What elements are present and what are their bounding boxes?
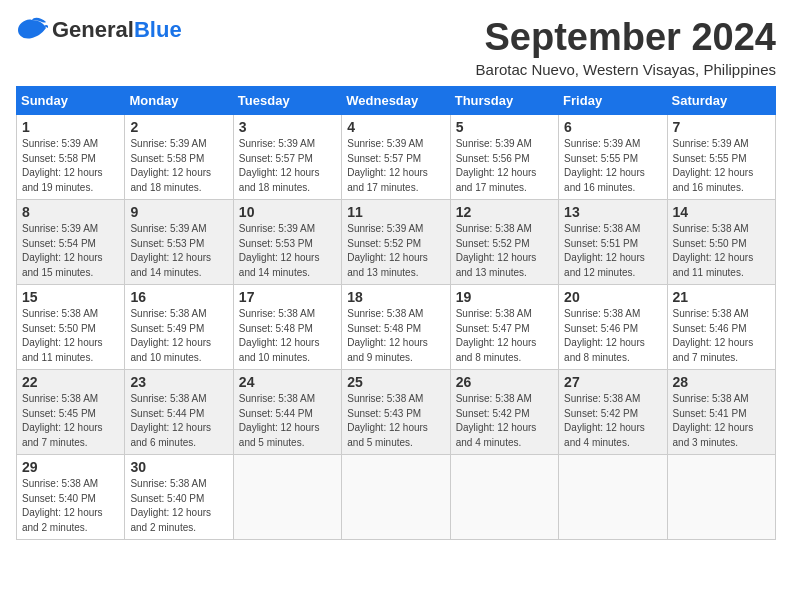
day-number: 22: [22, 374, 119, 390]
day-number: 13: [564, 204, 661, 220]
calendar-day-cell: 17Sunrise: 5:38 AMSunset: 5:48 PMDayligh…: [233, 285, 341, 370]
calendar-day-cell: 1Sunrise: 5:39 AMSunset: 5:58 PMDaylight…: [17, 115, 125, 200]
header-sunday: Sunday: [17, 87, 125, 115]
calendar-week-row: 1Sunrise: 5:39 AMSunset: 5:58 PMDaylight…: [17, 115, 776, 200]
header-friday: Friday: [559, 87, 667, 115]
calendar-day-cell: 15Sunrise: 5:38 AMSunset: 5:50 PMDayligh…: [17, 285, 125, 370]
calendar-day-cell: 4Sunrise: 5:39 AMSunset: 5:57 PMDaylight…: [342, 115, 450, 200]
day-number: 20: [564, 289, 661, 305]
day-number: 8: [22, 204, 119, 220]
day-info: Sunrise: 5:38 AMSunset: 5:40 PMDaylight:…: [22, 477, 119, 535]
day-number: 19: [456, 289, 553, 305]
day-info: Sunrise: 5:38 AMSunset: 5:41 PMDaylight:…: [673, 392, 770, 450]
day-info: Sunrise: 5:38 AMSunset: 5:46 PMDaylight:…: [673, 307, 770, 365]
calendar-day-cell: 22Sunrise: 5:38 AMSunset: 5:45 PMDayligh…: [17, 370, 125, 455]
day-number: 12: [456, 204, 553, 220]
page-header: GeneralBlue September 2024 Barotac Nuevo…: [16, 16, 776, 78]
day-number: 1: [22, 119, 119, 135]
day-number: 9: [130, 204, 227, 220]
day-info: Sunrise: 5:38 AMSunset: 5:49 PMDaylight:…: [130, 307, 227, 365]
calendar-week-row: 22Sunrise: 5:38 AMSunset: 5:45 PMDayligh…: [17, 370, 776, 455]
calendar-day-cell: 21Sunrise: 5:38 AMSunset: 5:46 PMDayligh…: [667, 285, 775, 370]
calendar-day-cell: 30Sunrise: 5:38 AMSunset: 5:40 PMDayligh…: [125, 455, 233, 540]
day-info: Sunrise: 5:39 AMSunset: 5:52 PMDaylight:…: [347, 222, 444, 280]
calendar-day-cell: 20Sunrise: 5:38 AMSunset: 5:46 PMDayligh…: [559, 285, 667, 370]
calendar-day-cell: 8Sunrise: 5:39 AMSunset: 5:54 PMDaylight…: [17, 200, 125, 285]
day-info: Sunrise: 5:39 AMSunset: 5:56 PMDaylight:…: [456, 137, 553, 195]
day-number: 4: [347, 119, 444, 135]
month-title: September 2024: [476, 16, 776, 59]
calendar-day-cell: 7Sunrise: 5:39 AMSunset: 5:55 PMDaylight…: [667, 115, 775, 200]
calendar-day-cell: 10Sunrise: 5:39 AMSunset: 5:53 PMDayligh…: [233, 200, 341, 285]
day-info: Sunrise: 5:39 AMSunset: 5:58 PMDaylight:…: [22, 137, 119, 195]
calendar-day-cell: 25Sunrise: 5:38 AMSunset: 5:43 PMDayligh…: [342, 370, 450, 455]
day-info: Sunrise: 5:39 AMSunset: 5:53 PMDaylight:…: [130, 222, 227, 280]
day-info: Sunrise: 5:39 AMSunset: 5:57 PMDaylight:…: [347, 137, 444, 195]
day-number: 21: [673, 289, 770, 305]
day-number: 11: [347, 204, 444, 220]
calendar-day-cell: 14Sunrise: 5:38 AMSunset: 5:50 PMDayligh…: [667, 200, 775, 285]
calendar-day-cell: 23Sunrise: 5:38 AMSunset: 5:44 PMDayligh…: [125, 370, 233, 455]
calendar-day-cell: 9Sunrise: 5:39 AMSunset: 5:53 PMDaylight…: [125, 200, 233, 285]
day-info: Sunrise: 5:39 AMSunset: 5:57 PMDaylight:…: [239, 137, 336, 195]
logo-text: GeneralBlue: [52, 17, 182, 43]
day-info: Sunrise: 5:38 AMSunset: 5:42 PMDaylight:…: [564, 392, 661, 450]
day-number: 16: [130, 289, 227, 305]
calendar-day-cell: [450, 455, 558, 540]
day-number: 10: [239, 204, 336, 220]
calendar-day-cell: [667, 455, 775, 540]
day-info: Sunrise: 5:38 AMSunset: 5:51 PMDaylight:…: [564, 222, 661, 280]
calendar-day-cell: 18Sunrise: 5:38 AMSunset: 5:48 PMDayligh…: [342, 285, 450, 370]
day-info: Sunrise: 5:38 AMSunset: 5:52 PMDaylight:…: [456, 222, 553, 280]
weekday-header-row: Sunday Monday Tuesday Wednesday Thursday…: [17, 87, 776, 115]
day-info: Sunrise: 5:39 AMSunset: 5:58 PMDaylight:…: [130, 137, 227, 195]
day-info: Sunrise: 5:38 AMSunset: 5:46 PMDaylight:…: [564, 307, 661, 365]
day-number: 5: [456, 119, 553, 135]
day-number: 30: [130, 459, 227, 475]
day-number: 26: [456, 374, 553, 390]
calendar-subtitle: Barotac Nuevo, Western Visayas, Philippi…: [476, 61, 776, 78]
calendar-day-cell: 24Sunrise: 5:38 AMSunset: 5:44 PMDayligh…: [233, 370, 341, 455]
day-number: 28: [673, 374, 770, 390]
day-number: 17: [239, 289, 336, 305]
calendar-day-cell: 28Sunrise: 5:38 AMSunset: 5:41 PMDayligh…: [667, 370, 775, 455]
day-number: 23: [130, 374, 227, 390]
calendar-day-cell: 11Sunrise: 5:39 AMSunset: 5:52 PMDayligh…: [342, 200, 450, 285]
header-monday: Monday: [125, 87, 233, 115]
calendar-week-row: 8Sunrise: 5:39 AMSunset: 5:54 PMDaylight…: [17, 200, 776, 285]
day-info: Sunrise: 5:39 AMSunset: 5:54 PMDaylight:…: [22, 222, 119, 280]
day-number: 25: [347, 374, 444, 390]
calendar-day-cell: [342, 455, 450, 540]
calendar-day-cell: 5Sunrise: 5:39 AMSunset: 5:56 PMDaylight…: [450, 115, 558, 200]
day-info: Sunrise: 5:39 AMSunset: 5:55 PMDaylight:…: [673, 137, 770, 195]
title-block: September 2024 Barotac Nuevo, Western Vi…: [476, 16, 776, 78]
logo: GeneralBlue: [16, 16, 182, 44]
day-number: 6: [564, 119, 661, 135]
calendar-day-cell: 29Sunrise: 5:38 AMSunset: 5:40 PMDayligh…: [17, 455, 125, 540]
day-number: 7: [673, 119, 770, 135]
day-info: Sunrise: 5:38 AMSunset: 5:43 PMDaylight:…: [347, 392, 444, 450]
day-info: Sunrise: 5:39 AMSunset: 5:53 PMDaylight:…: [239, 222, 336, 280]
header-tuesday: Tuesday: [233, 87, 341, 115]
calendar-day-cell: 13Sunrise: 5:38 AMSunset: 5:51 PMDayligh…: [559, 200, 667, 285]
day-number: 14: [673, 204, 770, 220]
calendar-table: Sunday Monday Tuesday Wednesday Thursday…: [16, 86, 776, 540]
day-info: Sunrise: 5:39 AMSunset: 5:55 PMDaylight:…: [564, 137, 661, 195]
calendar-day-cell: 16Sunrise: 5:38 AMSunset: 5:49 PMDayligh…: [125, 285, 233, 370]
day-info: Sunrise: 5:38 AMSunset: 5:45 PMDaylight:…: [22, 392, 119, 450]
calendar-day-cell: 12Sunrise: 5:38 AMSunset: 5:52 PMDayligh…: [450, 200, 558, 285]
day-info: Sunrise: 5:38 AMSunset: 5:40 PMDaylight:…: [130, 477, 227, 535]
calendar-day-cell: 6Sunrise: 5:39 AMSunset: 5:55 PMDaylight…: [559, 115, 667, 200]
day-info: Sunrise: 5:38 AMSunset: 5:47 PMDaylight:…: [456, 307, 553, 365]
calendar-day-cell: [233, 455, 341, 540]
day-number: 24: [239, 374, 336, 390]
calendar-day-cell: 26Sunrise: 5:38 AMSunset: 5:42 PMDayligh…: [450, 370, 558, 455]
day-number: 29: [22, 459, 119, 475]
day-info: Sunrise: 5:38 AMSunset: 5:50 PMDaylight:…: [673, 222, 770, 280]
calendar-day-cell: 3Sunrise: 5:39 AMSunset: 5:57 PMDaylight…: [233, 115, 341, 200]
header-saturday: Saturday: [667, 87, 775, 115]
calendar-day-cell: 2Sunrise: 5:39 AMSunset: 5:58 PMDaylight…: [125, 115, 233, 200]
logo-bird-icon: [16, 16, 48, 44]
day-info: Sunrise: 5:38 AMSunset: 5:44 PMDaylight:…: [239, 392, 336, 450]
day-number: 27: [564, 374, 661, 390]
